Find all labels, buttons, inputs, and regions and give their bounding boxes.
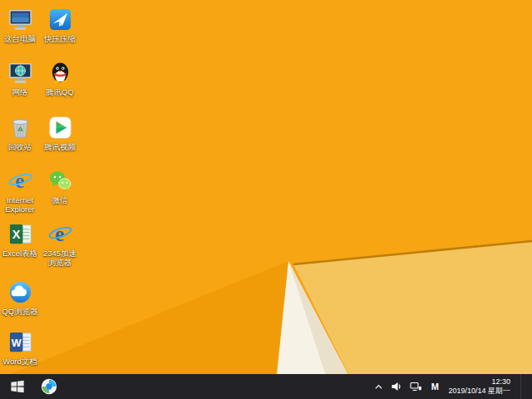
system-tray: M 12:30 2019/10/14 星期一	[374, 374, 526, 399]
desktop-icon-label: QQ浏览器	[2, 307, 37, 316]
desktop-icon-label: Word文档	[2, 357, 37, 366]
network-button[interactable]	[410, 382, 421, 392]
svg-text:e: e	[54, 223, 63, 245]
desktop-icon-label: 这台电脑	[4, 34, 36, 43]
2345-browser-icon: e	[47, 221, 73, 247]
desktop-wallpaper[interactable]	[0, 0, 532, 399]
show-desktop-button[interactable]	[520, 374, 526, 399]
start-button[interactable]	[0, 374, 35, 399]
desktop-icon-tencent-video[interactable]: 腾讯视频	[40, 115, 80, 151]
browser-taskbar-icon	[40, 377, 58, 396]
qq-penguin-icon	[47, 60, 73, 86]
tencent-video-icon	[47, 115, 73, 140]
desktop-icon-label: Internet Explorer	[0, 195, 40, 214]
taskbar: M 12:30 2019/10/14 星期一	[0, 374, 532, 399]
volume-button[interactable]	[391, 382, 402, 392]
wechat-icon	[47, 168, 73, 194]
desktop-icon-wechat[interactable]: 微信	[40, 168, 80, 204]
desktop-icon-this-pc[interactable]: 这台电脑	[0, 7, 40, 43]
windows-start-icon	[10, 379, 25, 394]
desktop-icon-qq[interactable]: 腾讯QQ	[40, 60, 80, 96]
desktop-icon-internet-explorer[interactable]: e Internet Explorer	[0, 168, 40, 214]
desktop-icon-label: 腾讯QQ	[46, 87, 74, 96]
desktop-icon-2345-browser[interactable]: e 2345加速浏览器	[40, 221, 80, 267]
desktop-icon-excel[interactable]: X Excel表格	[0, 221, 40, 258]
svg-text:e: e	[14, 170, 23, 192]
clock-date: 2019/10/14 星期一	[448, 387, 510, 397]
this-pc-icon	[7, 7, 33, 32]
desktop-icon-label: Excel表格	[2, 249, 37, 258]
desktop-icon-recycle-bin[interactable]: 回收站	[0, 115, 40, 151]
svg-text:X: X	[12, 228, 20, 241]
network-globe-icon	[7, 60, 33, 86]
network-status-icon	[410, 382, 421, 392]
desktop-icon-kuaizip[interactable]: 快压压缩	[40, 7, 80, 43]
excel-icon: X	[7, 221, 33, 247]
clock-time: 12:30	[448, 377, 510, 387]
desktop-icon-qq-browser[interactable]: QQ浏览器	[0, 279, 40, 316]
recycle-bin-icon	[7, 115, 33, 140]
desktop-icon-label: 腾讯视频	[44, 142, 76, 151]
speaker-icon	[391, 382, 402, 392]
hidden-icons-button[interactable]	[374, 382, 383, 392]
kuaizip-icon	[47, 7, 73, 32]
desktop-icon-label: 网络	[12, 87, 28, 96]
taskbar-clock[interactable]: 12:30 2019/10/14 星期一	[448, 377, 510, 397]
desktop-icon-label: 微信	[52, 195, 68, 204]
word-icon: W	[7, 329, 33, 355]
desktop-icon-word[interactable]: W Word文档	[0, 329, 40, 366]
chevron-up-icon	[374, 382, 383, 392]
desktop-screen: 这台电脑 网络 回收站 e Internet Explorer	[0, 0, 532, 399]
svg-text:W: W	[11, 337, 21, 349]
desktop-icon-label: 2345加速浏览器	[40, 249, 80, 267]
desktop-icon-label: 快压压缩	[44, 34, 76, 43]
ie-icon: e	[7, 168, 33, 194]
qq-browser-icon	[7, 279, 33, 305]
desktop-icon-label: 回收站	[8, 142, 32, 151]
ime-indicator[interactable]: M	[429, 382, 441, 392]
desktop-icon-network[interactable]: 网络	[0, 60, 40, 96]
pinned-browser-button[interactable]	[38, 376, 60, 397]
